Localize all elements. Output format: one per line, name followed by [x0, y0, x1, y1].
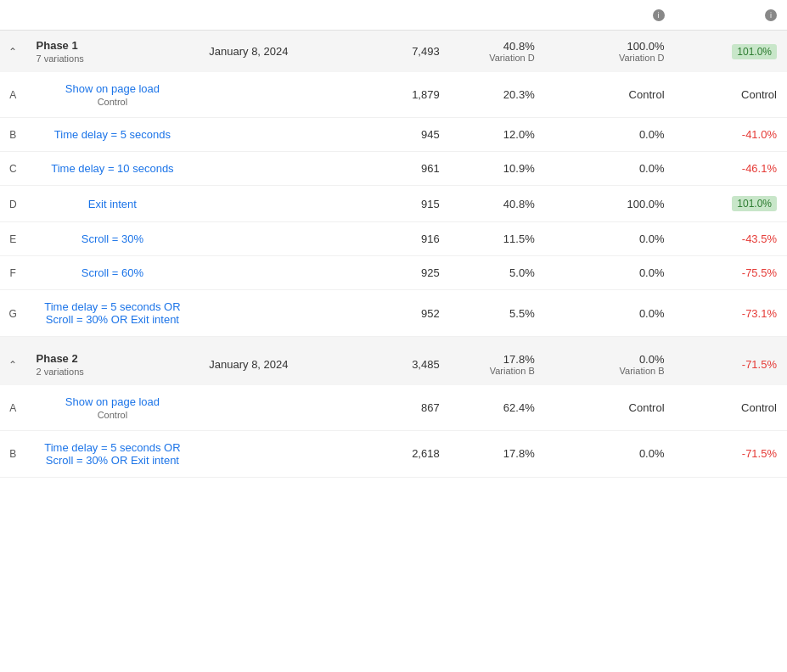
- variation-submit-rate: 10.9%: [450, 152, 545, 186]
- variation-eligible-views: 867: [320, 385, 450, 431]
- phase-name-cell: Phase 2 2 variations: [26, 344, 200, 385]
- variation-name[interactable]: Scroll = 60%: [37, 266, 189, 279]
- variation-submit-rate: 12.0%: [450, 118, 545, 152]
- phase-chevron-cell[interactable]: ⌃: [0, 31, 26, 73]
- phase-start-date: January 8, 2024: [199, 31, 320, 73]
- phase-lift: 101.0%: [675, 31, 787, 73]
- variation-letter-cell: E: [0, 222, 26, 256]
- variation-letter: D: [9, 199, 17, 210]
- col-phase: [26, 0, 200, 31]
- variation-eligible-views: 2,618: [320, 430, 450, 477]
- variation-lift: -43.5%: [675, 222, 787, 256]
- variation-lift: Control: [675, 385, 787, 431]
- phase-submit-rate: 17.8% Variation B: [450, 344, 545, 385]
- variation-start-date-spacer: [199, 430, 320, 477]
- variation-submit-rate: 17.8%: [450, 430, 545, 477]
- variation-row: D Exit intent 915 40.8% 100.0% 101.0%: [0, 186, 787, 222]
- variation-eligible-views: 952: [320, 290, 450, 337]
- variation-lift: -73.1%: [675, 290, 787, 337]
- variation-start-date-spacer: [199, 385, 320, 431]
- phase-eligible-views: 7,493: [320, 31, 450, 73]
- variation-win-probability: 0.0%: [545, 256, 675, 290]
- variation-row: C Time delay = 10 seconds 961 10.9% 0.0%…: [0, 152, 787, 186]
- lift-badge: 101.0%: [732, 196, 777, 211]
- win-probability-info-icon[interactable]: i: [653, 9, 665, 21]
- col-eligible-views: [320, 0, 450, 31]
- variation-eligible-views: 915: [320, 186, 450, 222]
- variation-name[interactable]: Scroll = 30%: [37, 232, 189, 245]
- variation-name-cell: Show on page load Control: [26, 72, 200, 118]
- variation-letter-cell: A: [0, 72, 26, 118]
- variation-name[interactable]: Time delay = 10 seconds: [37, 162, 189, 175]
- variation-name-cell: Time delay = 5 seconds OR Scroll = 30% O…: [26, 290, 200, 337]
- phases-table: i i ⌃ Phase 1 7 variations January 8, 20…: [0, 0, 787, 478]
- variation-name-cell: Exit intent: [26, 186, 200, 222]
- variation-name-cell: Scroll = 30%: [26, 222, 200, 256]
- variation-name-cell: Time delay = 5 seconds OR Scroll = 30% O…: [26, 430, 200, 477]
- phase-row: ⌃ Phase 1 7 variations January 8, 2024 7…: [0, 31, 787, 73]
- variation-row: B Time delay = 5 seconds 945 12.0% 0.0% …: [0, 118, 787, 152]
- variation-start-date-spacer: [199, 186, 320, 222]
- variation-win-probability: Control: [545, 72, 675, 118]
- col-start-date: [199, 0, 320, 31]
- variation-sub: Control: [37, 97, 189, 107]
- phase-row: ⌃ Phase 2 2 variations January 8, 2024 3…: [0, 344, 787, 385]
- variation-submit-rate: 40.8%: [450, 186, 545, 222]
- variation-eligible-views: 961: [320, 152, 450, 186]
- variation-letter: B: [9, 448, 16, 460]
- phase-chevron-cell[interactable]: ⌃: [0, 344, 26, 385]
- lift-value: -75.5%: [742, 266, 777, 279]
- phase-spacer: [0, 337, 787, 344]
- variation-letter-cell: D: [0, 186, 26, 222]
- lift-value: -46.1%: [742, 162, 777, 175]
- phase-win-probability: 0.0% Variation B: [545, 344, 675, 385]
- lift-value: -41.0%: [742, 128, 777, 141]
- variation-submit-rate: 11.5%: [450, 222, 545, 256]
- variation-letter-cell: C: [0, 152, 26, 186]
- variation-start-date-spacer: [199, 72, 320, 118]
- variation-letter: A: [9, 89, 16, 101]
- variation-win-probability: 0.0%: [545, 290, 675, 337]
- variation-win-probability: 100.0%: [545, 186, 675, 222]
- variation-letter: C: [9, 163, 17, 175]
- variation-start-date-spacer: [199, 290, 320, 337]
- lift-value: -73.1%: [742, 307, 777, 320]
- variation-name-cell: Time delay = 10 seconds: [26, 152, 200, 186]
- variation-eligible-views: 916: [320, 222, 450, 256]
- variation-name[interactable]: Show on page load: [37, 395, 189, 408]
- table-header: i i: [0, 0, 787, 31]
- variation-letter: F: [10, 267, 16, 279]
- variation-name[interactable]: Show on page load: [37, 82, 189, 95]
- variation-eligible-views: 945: [320, 118, 450, 152]
- variation-letter: G: [9, 308, 17, 320]
- col-submit-rate: [450, 0, 545, 31]
- variation-win-probability: 0.0%: [545, 118, 675, 152]
- variation-row: G Time delay = 5 seconds OR Scroll = 30%…: [0, 290, 787, 337]
- variation-letter-cell: B: [0, 118, 26, 152]
- variation-letter: A: [9, 402, 16, 414]
- phase-name: Phase 1: [37, 39, 189, 52]
- variation-start-date-spacer: [199, 222, 320, 256]
- variation-name[interactable]: Time delay = 5 seconds OR Scroll = 30% O…: [37, 300, 189, 326]
- variation-letter-cell: B: [0, 430, 26, 477]
- variation-row: F Scroll = 60% 925 5.0% 0.0% -75.5%: [0, 256, 787, 290]
- variation-name[interactable]: Time delay = 5 seconds OR Scroll = 30% O…: [37, 441, 189, 467]
- variation-start-date-spacer: [199, 118, 320, 152]
- lift-value: Control: [741, 401, 777, 414]
- variation-lift: 101.0%: [675, 186, 787, 222]
- variation-name[interactable]: Exit intent: [37, 198, 189, 210]
- variation-name[interactable]: Time delay = 5 seconds: [37, 128, 189, 141]
- variation-win-probability: 0.0%: [545, 222, 675, 256]
- chevron-icon: ⌃: [8, 359, 17, 371]
- phase-variations-count: 7 variations: [37, 53, 189, 64]
- variation-lift: -46.1%: [675, 152, 787, 186]
- phase-start-date: January 8, 2024: [199, 344, 320, 385]
- variation-lift: Control: [675, 72, 787, 118]
- phase-variations-count: 2 variations: [37, 367, 189, 377]
- variation-row: A Show on page load Control 1,879 20.3% …: [0, 72, 787, 118]
- variation-name-cell: Scroll = 60%: [26, 256, 200, 290]
- submit-rate-lift-info-icon[interactable]: i: [765, 9, 777, 21]
- col-win-probability: i: [545, 0, 675, 31]
- variation-row: A Show on page load Control 867 62.4% Co…: [0, 385, 787, 431]
- variation-submit-rate: 5.5%: [450, 290, 545, 337]
